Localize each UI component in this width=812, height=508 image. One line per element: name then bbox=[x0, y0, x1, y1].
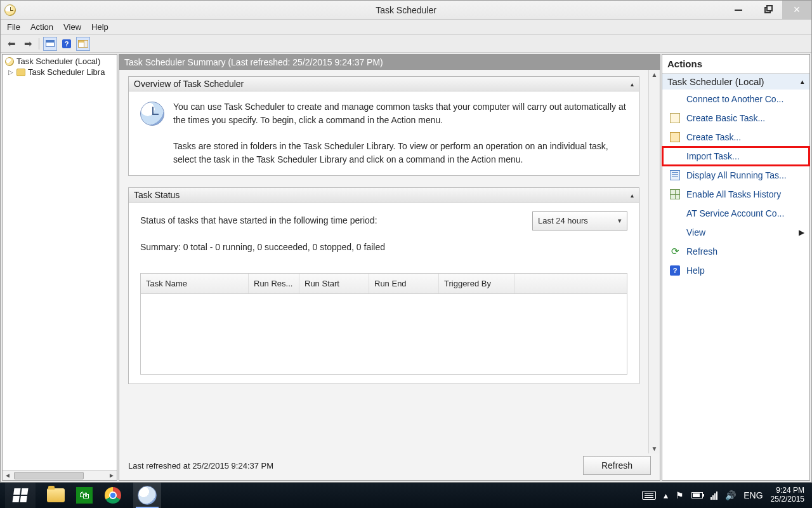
action-create-basic-task[interactable]: Create Basic Task... bbox=[662, 109, 809, 128]
actions-scope-label: Task Scheduler (Local) bbox=[667, 76, 764, 87]
menu-bar: File Action View Help bbox=[1, 20, 811, 35]
window-title: Task Scheduler bbox=[1, 5, 811, 15]
nav-back-button[interactable]: ⬅ bbox=[4, 37, 18, 51]
tree-expander-icon[interactable]: ▷ bbox=[8, 69, 14, 76]
submenu-arrow-icon: ▶ bbox=[799, 228, 804, 237]
blank-icon bbox=[670, 208, 680, 218]
task-status-header[interactable]: Task Status ▴ bbox=[129, 188, 639, 203]
menu-help[interactable]: Help bbox=[91, 22, 108, 32]
folder-icon bbox=[16, 69, 25, 76]
window-controls: × bbox=[724, 1, 811, 19]
minimize-button[interactable] bbox=[724, 1, 753, 19]
action-refresh[interactable]: ⟳ Refresh bbox=[662, 242, 809, 261]
status-period-label: Status of tasks that have started in the… bbox=[140, 214, 377, 227]
overview-paragraph-1: You can use Task Scheduler to create and… bbox=[173, 100, 627, 127]
console-tree[interactable]: Task Scheduler (Local) ▷ Task Scheduler … bbox=[3, 55, 117, 470]
clock-date: 25/2/2015 bbox=[771, 495, 804, 504]
help-icon: ? bbox=[670, 265, 680, 276]
action-at-service[interactable]: AT Service Account Co... bbox=[662, 204, 809, 223]
show-hide-tree-button[interactable] bbox=[43, 37, 57, 51]
overview-section-header[interactable]: Overview of Task Scheduler ▴ bbox=[129, 77, 639, 91]
col-run-result[interactable]: Run Res... bbox=[249, 274, 299, 294]
overview-body: You can use Task Scheduler to create and… bbox=[129, 91, 639, 175]
scroll-thumb[interactable] bbox=[14, 472, 84, 479]
flag-icon[interactable]: ⚑ bbox=[676, 490, 684, 500]
chrome-icon bbox=[105, 487, 121, 504]
refresh-icon: ⟳ bbox=[670, 246, 680, 257]
tree-root[interactable]: Task Scheduler (Local) bbox=[4, 56, 117, 67]
scroll-up-icon[interactable]: ▲ bbox=[652, 71, 658, 78]
action-view-label: View bbox=[686, 227, 705, 237]
volume-icon[interactable]: 🔊 bbox=[725, 490, 736, 500]
results-vertical-scrollbar[interactable]: ▲ ▼ bbox=[648, 70, 660, 453]
task-scheduler-window: Task Scheduler × File Action View Help ⬅… bbox=[0, 0, 812, 483]
app-clock-icon bbox=[4, 4, 16, 16]
actions-title: Actions bbox=[662, 55, 809, 74]
clock-time: 9:24 PM bbox=[771, 486, 804, 495]
titlebar: Task Scheduler × bbox=[1, 1, 811, 20]
action-enable-history[interactable]: Enable All Tasks History bbox=[662, 185, 809, 204]
menu-action[interactable]: Action bbox=[30, 22, 53, 32]
menu-file[interactable]: File bbox=[7, 22, 20, 32]
tray-clock[interactable]: 9:24 PM 25/2/2015 bbox=[771, 486, 807, 504]
col-run-start[interactable]: Run Start bbox=[299, 274, 369, 294]
task-status-body: Status of tasks that have started in the… bbox=[129, 203, 639, 384]
nav-forward-button[interactable]: ➡ bbox=[21, 37, 35, 51]
collapse-icon: ▴ bbox=[801, 77, 804, 86]
clock-large-icon bbox=[140, 102, 164, 126]
taskbar-tray: ▴ ⚑ 🔊 ENG 9:24 PM 25/2/2015 bbox=[637, 483, 812, 508]
taskbar-task-scheduler[interactable] bbox=[133, 483, 161, 508]
col-run-end[interactable]: Run End bbox=[369, 274, 439, 294]
mmc-body: Task Scheduler (Local) ▷ Task Scheduler … bbox=[1, 53, 811, 482]
document-icon bbox=[670, 170, 680, 180]
tray-overflow-icon[interactable]: ▴ bbox=[664, 490, 668, 500]
results-pane: Task Scheduler Summary (Last refreshed: … bbox=[119, 54, 660, 481]
results-footer: Last refreshed at 25/2/2015 9:24:37 PM R… bbox=[119, 453, 660, 480]
col-task-name[interactable]: Task Name bbox=[141, 274, 249, 294]
status-period-row: Status of tasks that have started in the… bbox=[140, 211, 627, 231]
tree-root-label: Task Scheduler (Local) bbox=[16, 57, 100, 66]
taskbar-chrome[interactable] bbox=[99, 483, 127, 508]
summary-header: Task Scheduler Summary (Last refreshed: … bbox=[119, 55, 660, 70]
scroll-left-icon[interactable]: ◄ bbox=[3, 472, 13, 479]
menu-view[interactable]: View bbox=[63, 22, 81, 32]
action-view-submenu[interactable]: View ▶ bbox=[662, 223, 809, 242]
overview-section: Overview of Task Scheduler ▴ You can use… bbox=[128, 76, 639, 176]
action-display-running-label: Display All Running Tas... bbox=[686, 170, 787, 180]
col-triggered-by[interactable]: Triggered By bbox=[439, 274, 515, 294]
tree-horizontal-scrollbar[interactable]: ◄ ► bbox=[3, 470, 117, 480]
help-button[interactable]: ? bbox=[60, 37, 74, 51]
taskbar: 🛍 ▴ ⚑ 🔊 ENG 9:24 PM 25/2/2015 bbox=[0, 483, 812, 508]
battery-icon[interactable] bbox=[691, 492, 703, 498]
task-status-table: Task Name Run Res... Run Start Run End T… bbox=[140, 273, 627, 375]
input-language[interactable]: ENG bbox=[743, 490, 763, 500]
collapse-icon: ▴ bbox=[631, 192, 634, 199]
touch-keyboard-icon[interactable] bbox=[642, 491, 656, 500]
action-connect[interactable]: Connect to Another Co... bbox=[662, 90, 809, 109]
action-display-running[interactable]: Display All Running Tas... bbox=[662, 166, 809, 185]
actions-scope-header[interactable]: Task Scheduler (Local) ▴ bbox=[662, 74, 809, 90]
action-create-basic-label: Create Basic Task... bbox=[686, 113, 765, 123]
close-button[interactable]: × bbox=[782, 1, 811, 19]
action-create-task-label: Create Task... bbox=[686, 132, 741, 142]
show-hide-actions-button[interactable] bbox=[76, 37, 90, 51]
refresh-button[interactable]: Refresh bbox=[583, 456, 651, 475]
taskbar-store[interactable]: 🛍 bbox=[76, 487, 93, 504]
network-signal-icon[interactable] bbox=[710, 491, 717, 500]
action-at-service-label: AT Service Account Co... bbox=[686, 208, 784, 218]
scroll-right-icon[interactable]: ► bbox=[107, 472, 117, 479]
blank-icon bbox=[670, 151, 680, 161]
tree-library[interactable]: ▷ Task Scheduler Libra bbox=[4, 67, 117, 77]
maximize-button[interactable] bbox=[753, 1, 782, 19]
action-connect-label: Connect to Another Co... bbox=[686, 94, 783, 104]
period-dropdown[interactable]: Last 24 hours bbox=[532, 211, 627, 231]
action-create-task[interactable]: Create Task... bbox=[662, 128, 809, 147]
taskbar-file-explorer[interactable] bbox=[42, 483, 70, 508]
store-icon: 🛍 bbox=[76, 487, 93, 504]
actions-pane: Actions Task Scheduler (Local) ▴ Connect… bbox=[662, 54, 810, 481]
scroll-down-icon[interactable]: ▼ bbox=[652, 445, 658, 452]
action-import-task[interactable]: Import Task... bbox=[662, 147, 809, 166]
action-help[interactable]: ? Help bbox=[662, 261, 809, 280]
start-button[interactable] bbox=[5, 483, 36, 508]
basic-task-icon bbox=[670, 113, 680, 123]
